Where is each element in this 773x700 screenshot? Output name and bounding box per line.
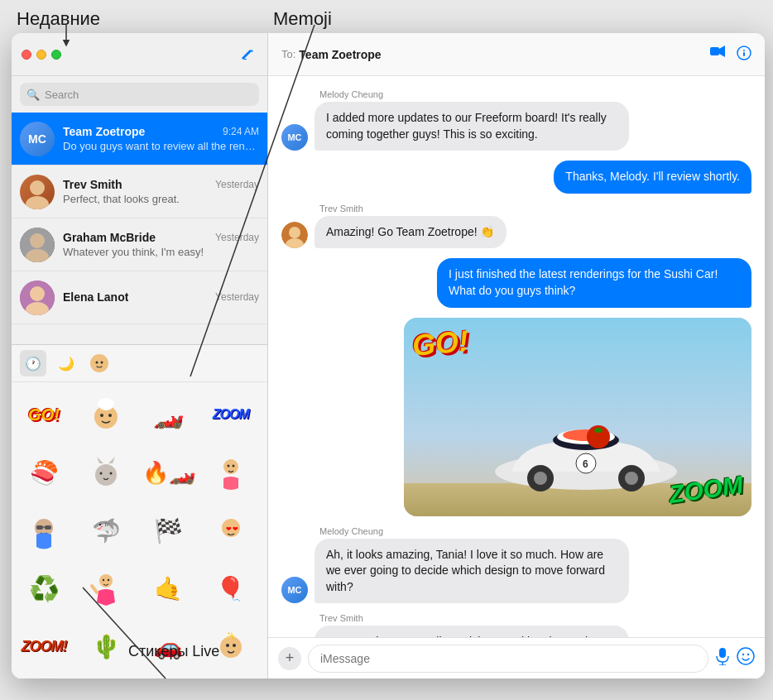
svg-rect-0	[243, 59, 247, 60]
close-button[interactable]	[22, 50, 31, 60]
svg-rect-26	[36, 525, 43, 530]
svg-point-34	[108, 579, 109, 581]
sticker-person-pose[interactable]	[79, 561, 133, 616]
sender-name: Trev Smith	[319, 204, 751, 213]
svg-point-18	[100, 472, 103, 475]
sticker-race-car[interactable]: 🏎️	[142, 387, 196, 442]
message-row: Thanks, Melody. I'll review shortly.	[281, 161, 751, 194]
svg-point-57	[625, 472, 638, 485]
add-attachment-button[interactable]: +	[278, 647, 301, 670]
message-group: Melody Cheung MC I added more updates to…	[281, 89, 751, 151]
message-row: Wow, Tania! I can really envision us tak…	[281, 626, 751, 637]
tab-moon[interactable]: 🌙	[53, 350, 79, 376]
svg-point-14	[108, 414, 112, 417]
conversation-list: MC Team Zoetrope 9:24 AM Do you guys wan…	[12, 113, 267, 344]
search-icon: 🔍	[26, 89, 40, 101]
svg-point-33	[103, 579, 104, 581]
message-group: Trev Smith Amazing! Go Team Zoetrope! 👏	[281, 204, 751, 249]
sticker-checkered-flag[interactable]: 🏁	[142, 503, 196, 558]
sticker-foam-finger[interactable]: 🤙	[142, 561, 196, 616]
conv-name: Elena Lanot	[63, 290, 128, 304]
search-bar[interactable]: 🔍 Search	[20, 83, 259, 106]
conv-preview: Do you guys want to review all the rende…	[63, 140, 259, 152]
sticker-memoji-chef[interactable]	[79, 387, 133, 442]
conv-time: Yesterday	[215, 232, 259, 243]
left-panel: 🔍 Search MC Team Zoetrope 9:24 AM Do you…	[12, 33, 268, 678]
sticker-flame-car[interactable]: 🔥🏎️	[142, 445, 196, 500]
conv-header: Graham McBride Yesterday	[63, 231, 259, 244]
conv-time: 9:24 AM	[223, 126, 259, 137]
compose-button[interactable]	[239, 46, 257, 64]
conv-preview: Perfect, that looks great.	[63, 193, 259, 205]
message-bubble: Thanks, Melody. I'll review shortly.	[554, 161, 751, 194]
emoji-picker-icon[interactable]	[737, 647, 755, 669]
msg-avatar: MC	[281, 577, 308, 603]
msg-avatar: MC	[281, 124, 308, 151]
sticker-sushi[interactable]: 🍣	[17, 445, 71, 500]
app-window: 🔍 Search MC Team Zoetrope 9:24 AM Do you…	[12, 33, 765, 678]
tab-recent[interactable]: 🕐	[20, 350, 46, 376]
svg-point-23	[227, 465, 229, 467]
svg-point-7	[30, 286, 45, 301]
message-group: Melody Cheung MC Ah, it looks amazing, T…	[281, 526, 751, 604]
fullscreen-button[interactable]	[51, 50, 61, 60]
message-group: Thanks, Melody. I'll review shortly.	[281, 161, 751, 194]
svg-rect-63	[719, 648, 726, 658]
label-live-stickers: Стикеры Live	[128, 643, 219, 660]
info-icon[interactable]	[737, 46, 751, 64]
svg-text:❤: ❤	[233, 525, 238, 533]
svg-point-68	[747, 654, 749, 655]
sticker-person-drink[interactable]	[204, 445, 258, 500]
sticker-go[interactable]: GO!	[17, 387, 71, 442]
sender-name: Trev Smith	[319, 613, 751, 623]
svg-point-4	[30, 233, 45, 248]
label-recent: Недавние	[17, 8, 100, 30]
image-inner: GO!	[404, 318, 751, 516]
svg-marker-41	[719, 46, 725, 57]
sticker-shark[interactable]: 🦈	[79, 503, 133, 558]
svg-point-66	[737, 648, 754, 664]
svg-line-35	[92, 586, 97, 592]
sticker-fluffy-cat[interactable]	[79, 445, 133, 500]
conv-header: Trev Smith Yesterday	[63, 178, 259, 191]
audio-input-icon[interactable]	[715, 647, 730, 669]
chat-header: To: Team Zoetrope	[268, 33, 765, 76]
conv-content: Trev Smith Yesterday Perfect, that looks…	[63, 178, 259, 205]
title-bar	[12, 33, 267, 76]
conv-time: Yesterday	[215, 291, 259, 303]
message-group: I just finished the latest renderings fo…	[281, 258, 751, 307]
conv-name: Trev Smith	[63, 178, 122, 191]
conversation-item[interactable]: Elena Lanot Yesterday	[12, 271, 267, 324]
sticker-zoom-green[interactable]: ZOOM!	[17, 619, 71, 674]
svg-rect-27	[45, 525, 51, 530]
sticker-cactus-drink[interactable]: 🌵	[79, 619, 133, 674]
conv-content: Graham McBride Yesterday Whatever you th…	[63, 231, 259, 258]
emoji-tabs: 🕐 🌙	[12, 345, 267, 382]
chat-to-label: To:	[281, 48, 295, 60]
chat-recipient: Team Zoetrope	[299, 48, 710, 61]
conversation-item[interactable]: Trev Smith Yesterday Perfect, that looks…	[12, 165, 267, 218]
messages-area: Melody Cheung MC I added more updates to…	[268, 76, 765, 637]
conversation-item[interactable]: Graham McBride Yesterday Whatever you th…	[12, 218, 267, 271]
msg-avatar	[281, 222, 308, 248]
avatar	[20, 280, 55, 315]
svg-point-9	[90, 354, 108, 372]
minimize-button[interactable]	[36, 50, 46, 60]
conv-content: Team Zoetrope 9:24 AM Do you guys want t…	[63, 125, 259, 152]
avatar: MC	[20, 122, 55, 156]
tab-memoji[interactable]	[86, 350, 113, 376]
sticker-recycle[interactable]: ♻️	[17, 561, 71, 616]
svg-point-16	[99, 402, 113, 410]
message-bubble: Wow, Tania! I can really envision us tak…	[314, 626, 629, 637]
conv-content: Elena Lanot Yesterday	[63, 290, 259, 305]
sticker-sunglasses-person[interactable]	[17, 503, 71, 558]
conv-name: Team Zoetrope	[63, 125, 145, 138]
sticker-hot-air-balloon[interactable]: 🎈	[204, 561, 258, 616]
video-call-icon[interactable]	[710, 46, 725, 64]
sticker-heart-eyes-person[interactable]: ❤❤	[204, 503, 258, 558]
svg-point-43	[743, 50, 745, 51]
sticker-zoom-yellow[interactable]: ZOOM	[204, 387, 258, 442]
conversation-item[interactable]: MC Team Zoetrope 9:24 AM Do you guys wan…	[12, 113, 267, 165]
input-area: +	[268, 637, 765, 678]
message-input[interactable]	[308, 645, 708, 673]
